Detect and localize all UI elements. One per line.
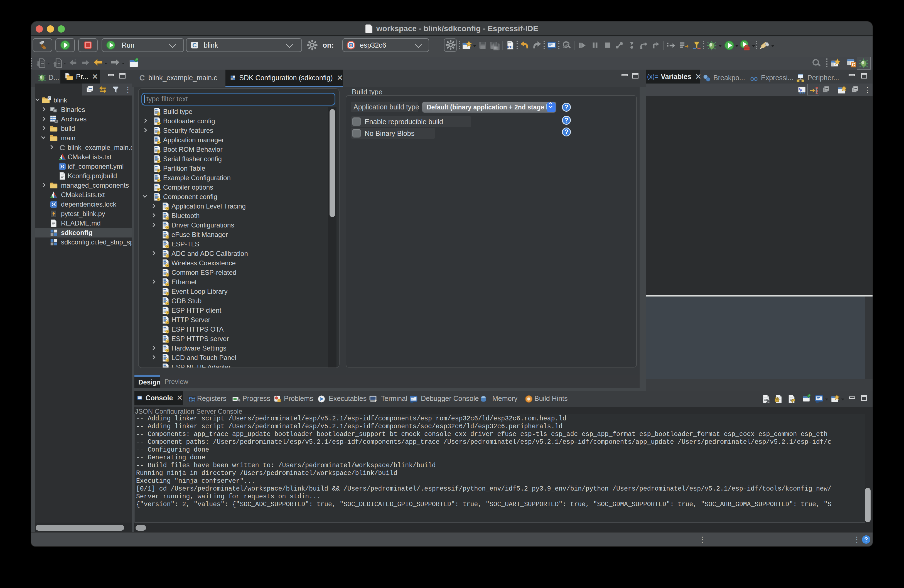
svg-text:C: C [139,74,145,82]
svg-text:C: C [852,62,855,67]
svg-text:C: C [60,143,65,152]
